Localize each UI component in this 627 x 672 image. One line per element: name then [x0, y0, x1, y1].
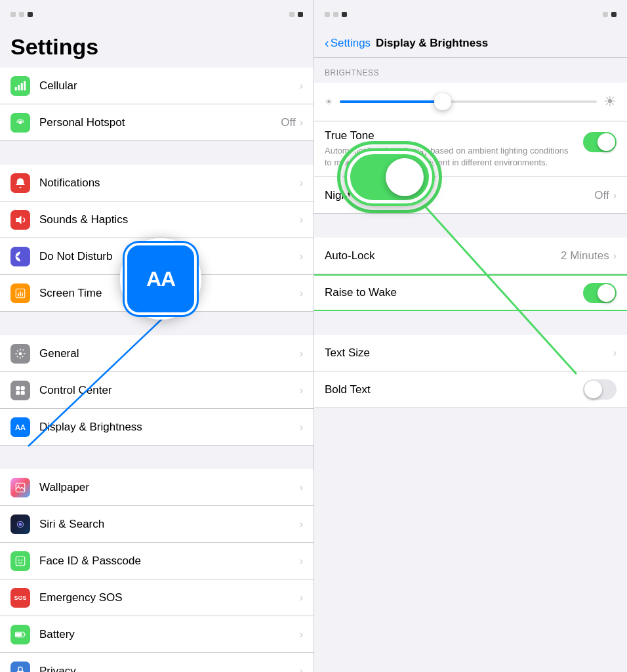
right-panel: ‹ Settings Display & Brightness BRIGHTNE…: [314, 0, 627, 672]
display-label: Display & Brightness: [39, 421, 300, 434]
back-chevron-icon: ‹: [325, 35, 329, 51]
battery-icon: [10, 625, 30, 644]
settings-list: Cellular › Personal Hotspot Off › Notifi…: [0, 68, 314, 672]
bold-text-toggle-thumb: [584, 381, 602, 398]
true-tone-toggle[interactable]: [583, 132, 617, 152]
big-toggle-callout: [347, 151, 432, 203]
settings-item-control[interactable]: Control Center ›: [0, 372, 314, 409]
faceid-icon: [10, 551, 30, 571]
hotspot-chevron: ›: [300, 117, 303, 129]
settings-item-display[interactable]: AA Display & Brightness ›: [0, 409, 314, 446]
right-status-right: [603, 12, 617, 17]
hotspot-value: Off: [281, 116, 295, 129]
hotspot-icon: [10, 113, 30, 133]
right-nav-bar: ‹ Settings Display & Brightness: [314, 29, 627, 58]
left-panel: Settings Cellular › Personal Hotspot Off…: [0, 0, 314, 672]
text-size-label: Text Size: [325, 346, 613, 360]
raise-to-wake-label: Raise to Wake: [325, 286, 583, 299]
dot1: [10, 12, 16, 17]
left-status-bar: [0, 0, 314, 29]
rdot1: [325, 12, 330, 17]
bold-text-item[interactable]: Bold Text: [314, 371, 627, 408]
section-display: General › Control Center › AA Display & …: [0, 335, 314, 446]
brightness-slider[interactable]: [340, 100, 597, 103]
left-status-dots: [10, 12, 33, 17]
notifications-label: Notifications: [39, 177, 300, 190]
svg-rect-24: [24, 633, 26, 635]
hotspot-label: Personal Hotspot: [39, 116, 281, 129]
display-chevron: ›: [300, 421, 303, 433]
notifications-icon: [10, 173, 30, 193]
control-chevron: ›: [300, 385, 303, 396]
sos-chevron: ›: [300, 592, 303, 604]
svg-point-4: [19, 121, 22, 124]
battery-label: Battery: [39, 628, 300, 641]
privacy-label: Privacy: [39, 665, 300, 673]
text-size-chevron: ›: [613, 347, 617, 359]
dot3: [28, 12, 33, 17]
right-separator4: [314, 432, 627, 455]
settings-item-siri[interactable]: Siri & Search ›: [0, 506, 314, 543]
right-separator5: [314, 455, 627, 479]
svg-point-10: [19, 352, 22, 355]
faceid-chevron: ›: [300, 555, 303, 567]
svg-rect-0: [15, 87, 17, 90]
rdot5: [611, 12, 617, 17]
svg-rect-2: [21, 83, 23, 90]
wallpaper-chevron: ›: [300, 482, 303, 494]
svg-rect-19: [16, 556, 25, 566]
svg-rect-1: [18, 85, 20, 90]
svg-rect-12: [21, 386, 25, 390]
aa-callout-circle: AA: [125, 243, 197, 315]
raise-to-wake-toggle[interactable]: [583, 283, 617, 303]
back-button[interactable]: ‹ Settings: [325, 35, 371, 51]
svg-point-21: [21, 559, 22, 560]
text-size-item[interactable]: Text Size ›: [314, 335, 627, 371]
general-label: General: [39, 347, 300, 360]
left-status-right: [289, 12, 303, 17]
rdot2: [333, 12, 338, 17]
settings-item-sounds[interactable]: Sounds & Haptics ›: [0, 201, 314, 238]
brightness-thumb[interactable]: [434, 93, 451, 110]
settings-title: Settings: [0, 29, 314, 68]
settings-item-general[interactable]: General ›: [0, 335, 314, 372]
cellular-chevron: ›: [300, 80, 303, 92]
aa-callout-text: AA: [146, 267, 175, 291]
control-label: Control Center: [39, 384, 300, 397]
separator3: [0, 446, 314, 469]
bold-text-toggle[interactable]: [583, 379, 617, 400]
faceid-label: Face ID & Passcode: [39, 555, 300, 568]
brightness-fill: [340, 100, 443, 103]
control-icon: [10, 381, 30, 400]
dot2: [19, 12, 24, 17]
cellular-icon: [10, 76, 30, 96]
raise-to-wake-item[interactable]: Raise to Wake: [314, 274, 627, 311]
settings-item-cellular[interactable]: Cellular ›: [0, 68, 314, 104]
auto-lock-label: Auto-Lock: [325, 249, 561, 262]
settings-item-sos[interactable]: SOS Emergency SOS ›: [0, 579, 314, 616]
sounds-icon: [10, 210, 30, 230]
notifications-chevron: ›: [300, 177, 303, 189]
svg-rect-3: [24, 81, 26, 90]
true-tone-toggle-thumb: [597, 133, 615, 151]
settings-item-hotspot[interactable]: Personal Hotspot Off ›: [0, 104, 314, 141]
right-separator3: [314, 408, 627, 432]
dot4: [289, 12, 294, 17]
settings-item-battery[interactable]: Battery ›: [0, 616, 314, 653]
svg-rect-9: [22, 292, 23, 296]
auto-lock-chevron: ›: [613, 250, 617, 262]
night-shift-value: Off: [594, 189, 609, 202]
back-label[interactable]: Settings: [331, 37, 371, 50]
brightness-header: BRIGHTNESS: [314, 58, 627, 83]
screentime-icon: [10, 284, 30, 303]
svg-rect-23: [16, 633, 22, 636]
settings-item-wallpaper[interactable]: Wallpaper ›: [0, 469, 314, 506]
general-icon: [10, 344, 30, 364]
settings-item-privacy[interactable]: Privacy ›: [0, 653, 314, 672]
auto-lock-item[interactable]: Auto-Lock 2 Minutes ›: [314, 238, 627, 274]
big-toggle: [347, 151, 432, 203]
settings-item-notifications[interactable]: Notifications ›: [0, 165, 314, 201]
brightness-slider-row: ☀ ☀: [325, 93, 617, 110]
settings-item-faceid[interactable]: Face ID & Passcode ›: [0, 543, 314, 579]
brightness-section: ☀ ☀: [314, 83, 627, 121]
